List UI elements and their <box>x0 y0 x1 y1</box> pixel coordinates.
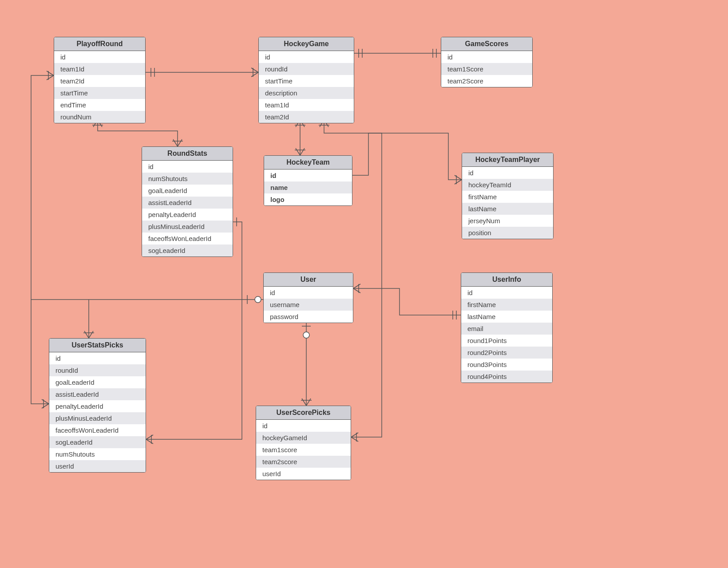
svg-line-27 <box>455 175 462 180</box>
field: team1score <box>256 444 351 456</box>
svg-line-36 <box>353 284 360 288</box>
field: team2Id <box>54 75 145 87</box>
svg-line-34 <box>351 437 358 442</box>
field: team2Id <box>259 111 354 123</box>
field: endTime <box>54 99 145 111</box>
field: position <box>462 227 553 239</box>
svg-line-15 <box>173 139 178 146</box>
entity-title: RoundStats <box>142 147 233 161</box>
field: sogLeaderId <box>49 436 146 448</box>
field: id <box>441 51 532 63</box>
field: jerseyNum <box>462 215 553 227</box>
entity-playoffround: PlayoffRound id team1Id team2Id startTim… <box>54 37 146 123</box>
entity-title: User <box>264 273 353 287</box>
svg-line-53 <box>306 398 311 406</box>
entity-title: PlayoffRound <box>54 37 145 51</box>
entity-roundstats: RoundStats id numShutouts goalLeaderId a… <box>142 146 233 257</box>
svg-line-16 <box>178 139 182 146</box>
svg-line-37 <box>353 288 360 293</box>
field: startTime <box>54 87 145 99</box>
field: id <box>49 352 146 364</box>
field: numShutouts <box>49 448 146 460</box>
svg-line-4 <box>251 68 258 72</box>
field: team1Id <box>54 63 145 75</box>
entity-title: UserStatsPicks <box>49 339 146 352</box>
field: id <box>142 161 233 173</box>
entity-title: HockeyGame <box>259 37 354 51</box>
field: roundNum <box>54 111 145 123</box>
svg-line-55 <box>42 399 49 404</box>
field: penaltyLeaderId <box>49 400 146 412</box>
svg-line-33 <box>351 433 358 437</box>
field: faceoffsWonLeaderId <box>49 424 146 436</box>
svg-point-40 <box>255 296 261 303</box>
field: faceoffsWonLeaderId <box>142 233 233 245</box>
entity-title: HockeyTeam <box>264 156 352 170</box>
svg-line-23 <box>300 148 305 155</box>
field: numShutouts <box>142 173 233 185</box>
entity-hockeygame: HockeyGame id roundId startTime descript… <box>258 37 354 123</box>
field: id <box>259 51 354 63</box>
field: team2Score <box>441 75 532 87</box>
entity-userscorepicks: UserScorePicks id hockeyGameId team1scor… <box>256 406 351 480</box>
svg-line-5 <box>251 72 258 77</box>
entity-hockeyteam: HockeyTeam id name logo <box>264 155 352 206</box>
field: roundId <box>259 63 354 75</box>
entity-hockeyteamplayer: HockeyTeamPlayer id hockeyTeamId firstNa… <box>462 153 554 239</box>
svg-line-52 <box>302 398 306 406</box>
field: lastName <box>461 311 552 323</box>
field: team1Id <box>259 99 354 111</box>
entity-title: GameScores <box>441 37 532 51</box>
field: hockeyGameId <box>256 432 351 444</box>
field: userId <box>49 460 146 472</box>
field: id <box>256 420 351 432</box>
field: assistLeaderId <box>142 197 233 209</box>
svg-line-60 <box>146 439 153 444</box>
entity-user: User id username password <box>263 272 353 323</box>
svg-line-22 <box>296 148 300 155</box>
field: id <box>461 287 552 299</box>
svg-point-49 <box>303 332 309 338</box>
field: assistLeaderId <box>49 388 146 400</box>
svg-line-45 <box>84 331 89 338</box>
field: id <box>54 51 145 63</box>
field: goalLeaderId <box>142 185 233 197</box>
field: goalLeaderId <box>49 376 146 388</box>
entity-title: UserInfo <box>461 273 552 287</box>
field: penaltyLeaderId <box>142 209 233 221</box>
field: id <box>264 170 352 181</box>
field: team2score <box>256 456 351 468</box>
field: logo <box>264 193 352 205</box>
field: password <box>264 311 353 323</box>
field: plusMinusLeaderId <box>142 221 233 233</box>
svg-line-56 <box>42 404 49 408</box>
field: startTime <box>259 75 354 87</box>
field: round1Points <box>461 335 552 347</box>
field: userId <box>256 468 351 480</box>
field: round2Points <box>461 347 552 359</box>
field: username <box>264 299 353 311</box>
entity-userstatspicks: UserStatsPicks id roundId goalLeaderId a… <box>49 338 146 473</box>
entity-title: UserScorePicks <box>256 406 351 420</box>
entity-title: HockeyTeamPlayer <box>462 153 553 167</box>
field: roundId <box>49 364 146 376</box>
field: sogLeaderId <box>142 245 233 256</box>
svg-line-59 <box>146 435 153 439</box>
svg-line-43 <box>47 75 54 80</box>
field: team1Score <box>441 63 532 75</box>
field: id <box>264 287 353 299</box>
field: id <box>462 167 553 179</box>
field: hockeyTeamId <box>462 179 553 191</box>
field: description <box>259 87 354 99</box>
svg-line-46 <box>89 331 93 338</box>
field: email <box>461 323 552 335</box>
svg-line-28 <box>455 180 462 184</box>
field: firstName <box>462 191 553 203</box>
field: round4Points <box>461 371 552 383</box>
entity-gamescores: GameScores id team1Score team2Score <box>441 37 533 87</box>
field: lastName <box>462 203 553 215</box>
entity-userinfo: UserInfo id firstName lastName email rou… <box>461 272 553 383</box>
field: plusMinusLeaderId <box>49 412 146 424</box>
field: name <box>264 181 352 193</box>
field: round3Points <box>461 359 552 371</box>
